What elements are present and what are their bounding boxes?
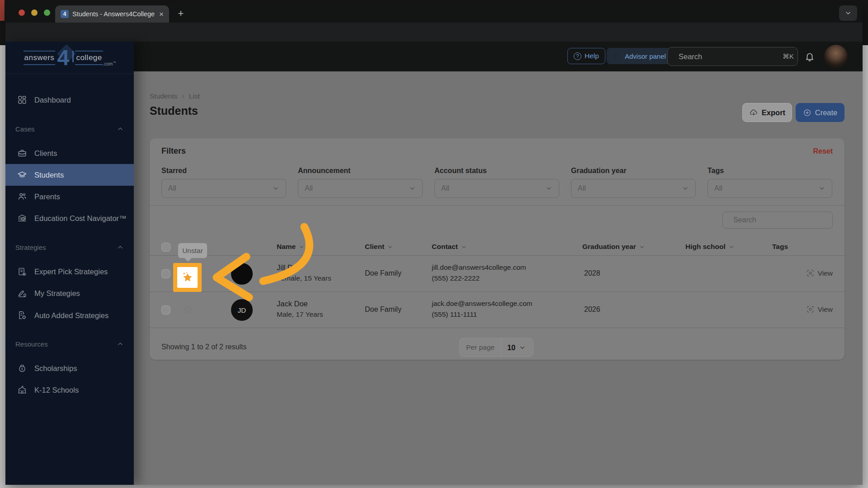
filters-reset-link[interactable]: Reset	[813, 147, 833, 155]
table-header-row: Name Client Contact Graduation year	[150, 241, 844, 256]
sidebar-item-scholarships[interactable]: $ Scholarships	[5, 358, 134, 379]
sidebar-section-resources[interactable]: Resources	[5, 338, 134, 350]
filter-select-tags[interactable]: All	[708, 179, 832, 198]
table-search[interactable]	[722, 211, 833, 229]
sidebar-item-label: Education Cost Navigator™	[34, 214, 127, 223]
column-header-name[interactable]: Name	[277, 243, 305, 251]
global-search-input[interactable]	[679, 52, 778, 61]
pen-icon	[17, 288, 27, 298]
app-logo[interactable]: answers 4 college .com™	[5, 42, 134, 74]
view-label: View	[818, 305, 833, 314]
table-row-jack-doe[interactable]: JD Jack Doe Male, 17 Years Doe Family ja…	[150, 292, 844, 328]
filter-select-account-status[interactable]: All	[434, 179, 559, 198]
per-page-select[interactable]: 10	[501, 338, 532, 357]
sidebar-item-students[interactable]: Students	[5, 164, 134, 186]
sidebar-item-expert-pick-strategies[interactable]: Expert Pick Strategies	[5, 261, 134, 282]
column-header-client[interactable]: Client	[365, 243, 393, 251]
star-starred-icon	[180, 270, 195, 285]
screenshot-root: 4 Students - Answers4College × + app.ans…	[0, 0, 868, 488]
export-button[interactable]: Export	[742, 103, 792, 122]
create-button[interactable]: Create	[796, 103, 844, 122]
column-header-high-school[interactable]: High school	[685, 243, 735, 251]
view-eye-icon	[806, 305, 815, 314]
breadcrumb-list: List	[189, 92, 200, 100]
user-avatar[interactable]	[824, 45, 848, 68]
chevron-down-icon	[519, 344, 526, 351]
star-unstarred-icon[interactable]	[182, 304, 195, 316]
breadcrumb-students[interactable]: Students	[150, 92, 177, 100]
students-card: Filters Reset Starred Announcement Accou…	[150, 138, 844, 360]
sidebar-item-label: Clients	[34, 149, 57, 158]
sidebar-item-k12-schools[interactable]: K-12 Schools	[5, 380, 134, 400]
per-page-label: Per page	[460, 338, 501, 357]
sidebar-item-auto-added-strategies[interactable]: Auto Added Strategies	[5, 305, 134, 326]
unstar-tooltip: Unstar	[178, 243, 207, 258]
view-button[interactable]: View	[806, 269, 833, 277]
help-label: Help	[585, 52, 599, 60]
tab-overflow-button[interactable]	[839, 5, 857, 21]
svg-text:$: $	[21, 367, 23, 371]
minimize-window-button[interactable]	[31, 9, 38, 16]
school-building-icon	[17, 385, 27, 395]
tab-close-icon[interactable]: ×	[159, 10, 164, 18]
advisor-panel-button[interactable]: Advisor panel	[607, 48, 671, 64]
select-value: All	[578, 184, 586, 192]
browser-window: 4 Students - Answers4College × + app.ans…	[5, 3, 863, 485]
notification-bell-icon[interactable]	[804, 51, 815, 62]
sidebar-item-label: Scholarships	[34, 364, 77, 373]
sidebar-item-label: Parents	[34, 192, 60, 201]
filter-select-starred[interactable]: All	[161, 179, 286, 198]
breadcrumb: Students › List	[150, 92, 200, 101]
chevron-down-icon	[545, 185, 552, 192]
column-header-contact[interactable]: Contact	[432, 243, 467, 251]
browser-tab[interactable]: 4 Students - Answers4College ×	[55, 5, 169, 23]
logo-graduation-cap-icon: 4	[56, 46, 74, 70]
filter-select-graduation-year[interactable]: All	[571, 179, 696, 198]
student-details: Female, 15 Years	[277, 274, 331, 282]
logo-digit: 4	[57, 45, 69, 70]
sidebar-item-my-strategies[interactable]: My Strategies	[5, 283, 134, 304]
select-all-checkbox[interactable]	[161, 243, 170, 252]
zoom-window-button[interactable]	[44, 9, 50, 16]
clipboard-check-icon	[17, 267, 27, 277]
create-label: Create	[815, 108, 838, 117]
student-details: Male, 17 Years	[277, 310, 323, 319]
new-tab-button[interactable]: +	[174, 6, 188, 21]
money-bag-icon: $	[17, 363, 27, 373]
star-starred-button[interactable]	[177, 267, 198, 288]
graduation-year-cell: 2028	[584, 269, 600, 277]
sidebar-section-strategies[interactable]: Strategies	[5, 241, 134, 253]
sidebar-item-education-cost-navigator[interactable]: $ Education Cost Navigator™	[5, 208, 134, 229]
select-value: All	[714, 184, 722, 192]
sidebar-item-label: Students	[34, 171, 64, 179]
global-search[interactable]: ⌘K	[667, 47, 798, 66]
app-viewport: answers 4 college .com™ Dashboard Cases	[5, 42, 863, 485]
sidebar-item-parents[interactable]: Parents	[5, 186, 134, 207]
student-name[interactable]: Jill Doe	[277, 263, 331, 272]
table-row-jill-doe[interactable]: Jill Doe Female, 15 Years Doe Family jil…	[150, 256, 844, 292]
filter-label-tags: Tags	[708, 167, 724, 175]
logo-tm: ™	[113, 61, 116, 64]
sidebar-item-label: K-12 Schools	[34, 386, 79, 394]
row-checkbox[interactable]	[161, 269, 170, 278]
per-page-control[interactable]: Per page 10	[459, 338, 533, 357]
export-label: Export	[762, 108, 785, 117]
help-button[interactable]: ? Help	[567, 48, 605, 64]
filter-select-announcement[interactable]: All	[298, 179, 423, 198]
filter-label-account-status: Account status	[434, 167, 487, 175]
select-value: All	[305, 184, 313, 192]
sidebar-section-cases[interactable]: Cases	[5, 122, 134, 135]
close-window-button[interactable]	[19, 9, 25, 16]
logo-suffix: .com	[103, 62, 113, 67]
column-header-graduation-year[interactable]: Graduation year	[582, 243, 645, 251]
student-name[interactable]: Jack Doe	[277, 300, 323, 308]
sidebar-item-dashboard[interactable]: Dashboard	[5, 89, 134, 110]
table-search-input[interactable]	[733, 216, 827, 224]
chevron-up-icon	[117, 340, 124, 347]
browser-toolbar: app.answers4college.local/advisor/studen…	[5, 23, 863, 42]
view-button[interactable]: View	[806, 305, 833, 314]
sidebar-item-clients[interactable]: Clients	[5, 143, 134, 164]
sort-chevron-icon	[639, 244, 645, 250]
row-checkbox[interactable]	[161, 305, 170, 314]
svg-text:$: $	[23, 217, 24, 220]
